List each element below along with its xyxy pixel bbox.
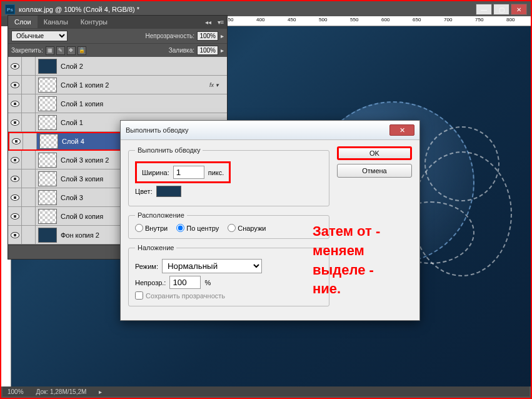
layer-thumbnail[interactable] xyxy=(38,153,57,168)
ruler-mark: 650 xyxy=(413,17,421,23)
eye-icon xyxy=(11,157,19,163)
visibility-toggle[interactable] xyxy=(8,94,22,113)
tab-channels[interactable]: Каналы xyxy=(38,16,74,28)
fill-input[interactable] xyxy=(197,46,218,55)
lock-transparent-icon[interactable]: ▦ xyxy=(46,46,54,55)
ok-button[interactable]: OK xyxy=(337,146,412,160)
visibility-toggle[interactable] xyxy=(8,207,22,225)
color-swatch[interactable] xyxy=(156,186,181,197)
layer-link-cell[interactable] xyxy=(22,226,36,244)
dialog-title: Выполнить обводку xyxy=(126,126,389,134)
blend-opacity-row: Обычные Непрозрачность: ▸ xyxy=(8,28,227,43)
status-bar: 100% Док: 1,28M/15,2M ▸ xyxy=(3,386,529,396)
visibility-toggle[interactable] xyxy=(9,133,23,149)
layer-thumbnail[interactable] xyxy=(38,171,57,186)
width-unit: пикс. xyxy=(208,169,224,176)
layer-row[interactable]: Слой 1 копия xyxy=(8,94,227,113)
layer-link-cell[interactable] xyxy=(22,113,36,131)
opacity-input[interactable] xyxy=(197,31,218,41)
visibility-toggle[interactable] xyxy=(8,113,22,131)
photoshop-icon: Ps xyxy=(5,4,15,14)
panel-menu-icon[interactable]: ▾≡ xyxy=(214,19,227,26)
layer-row[interactable]: Слой 2 xyxy=(8,57,227,76)
tab-layers[interactable]: Слои xyxy=(8,16,38,28)
dialog-titlebar[interactable]: Выполнить обводку ✕ xyxy=(121,121,419,140)
status-menu-icon[interactable]: ▸ xyxy=(99,388,102,395)
opacity-dropdown-icon[interactable]: ▸ xyxy=(221,33,224,39)
width-input[interactable] xyxy=(173,166,204,179)
layer-link-cell[interactable] xyxy=(22,207,36,225)
layer-link-cell[interactable] xyxy=(22,94,36,113)
close-button[interactable]: ✕ xyxy=(511,4,527,15)
eye-icon xyxy=(11,82,19,88)
eye-icon xyxy=(12,138,21,144)
visibility-toggle[interactable] xyxy=(8,76,22,94)
ruler-mark: 450 xyxy=(288,17,296,23)
radio-center[interactable]: По центру xyxy=(176,224,219,232)
layer-thumbnail[interactable] xyxy=(38,96,57,111)
layer-name[interactable]: Слой 1 копия xyxy=(59,100,209,108)
mode-select[interactable]: Нормальный xyxy=(162,259,262,273)
layer-thumbnail[interactable] xyxy=(38,59,57,74)
width-label: Ширина: xyxy=(142,169,169,176)
annotation-text: Затем от - меняем выделе - ние. xyxy=(313,222,380,299)
cancel-button[interactable]: Отмена xyxy=(337,164,412,178)
dialog-close-button[interactable]: ✕ xyxy=(389,124,414,136)
visibility-toggle[interactable] xyxy=(8,57,22,75)
visibility-toggle[interactable] xyxy=(8,151,22,169)
ruler-mark: 800 xyxy=(506,17,514,23)
layer-name[interactable]: Слой 2 xyxy=(59,63,209,70)
layer-thumbnail[interactable] xyxy=(38,115,57,130)
lock-all-icon[interactable]: 🔒 xyxy=(78,46,86,55)
layer-link-cell[interactable] xyxy=(22,188,36,206)
ruler-mark: 500 xyxy=(319,17,327,23)
fill-label: Заливка: xyxy=(169,47,194,54)
color-label: Цвет: xyxy=(135,188,153,195)
eye-icon xyxy=(11,63,19,69)
layer-link-cell[interactable] xyxy=(22,57,36,75)
lock-move-icon[interactable]: ✥ xyxy=(67,46,76,55)
layer-row[interactable]: Слой 1 копия 2fx ▾ xyxy=(8,76,227,94)
radio-outside[interactable]: Снаружи xyxy=(228,224,266,232)
minimize-button[interactable]: — xyxy=(476,4,492,15)
layer-thumbnail[interactable] xyxy=(39,134,58,149)
fill-dropdown-icon[interactable]: ▸ xyxy=(221,47,224,54)
visibility-toggle[interactable] xyxy=(8,188,22,206)
width-highlight: Ширина: пикс. xyxy=(135,161,231,183)
zoom-value[interactable]: 100% xyxy=(8,388,24,395)
maximize-button[interactable]: ▢ xyxy=(493,4,509,15)
panel-tabs: Слои Каналы Контуры ◂◂ ▾≡ xyxy=(8,16,227,28)
layer-thumbnail[interactable] xyxy=(38,228,57,243)
photoshop-window: Ps коллаж.jpg @ 100% (Слой 4, RGB/8) * —… xyxy=(1,1,531,398)
layer-link-cell[interactable] xyxy=(22,169,36,188)
blend-mode-select[interactable]: Обычные xyxy=(11,31,68,41)
layer-fx-indicator[interactable]: fx ▾ xyxy=(209,82,227,88)
preserve-checkbox[interactable] xyxy=(135,291,143,300)
layer-thumbnail[interactable] xyxy=(38,190,57,205)
eye-icon xyxy=(11,176,19,182)
window-title: коллаж.jpg @ 100% (Слой 4, RGB/8) * xyxy=(19,6,476,13)
ruler-mark: 700 xyxy=(444,17,452,23)
panel-collapse-icon[interactable]: ◂◂ xyxy=(202,19,214,26)
ruler-mark: 600 xyxy=(381,17,389,23)
stroke-fieldset: Выполнить обводку Ширина: пикс. Цвет: xyxy=(128,146,329,206)
layer-link-cell[interactable] xyxy=(22,151,36,169)
eye-icon xyxy=(11,232,19,238)
visibility-toggle[interactable] xyxy=(8,226,22,244)
layer-name[interactable]: Слой 1 копия 2 xyxy=(59,81,209,89)
tab-paths[interactable]: Контуры xyxy=(74,16,114,28)
layer-link-cell[interactable] xyxy=(23,133,37,149)
layer-thumbnail[interactable] xyxy=(38,78,57,93)
blend-fieldset: Наложение Режим: Нормальный Непрозр.: % xyxy=(128,244,329,306)
location-legend: Расположение xyxy=(135,211,187,219)
eye-icon xyxy=(11,213,19,220)
window-controls: — ▢ ✕ xyxy=(476,4,527,15)
location-fieldset: Расположение Внутри По центру Снаружи xyxy=(128,211,329,239)
layer-link-cell[interactable] xyxy=(22,76,36,94)
radio-inside[interactable]: Внутри xyxy=(135,224,168,232)
dialog-opacity-input[interactable] xyxy=(169,276,201,289)
visibility-toggle[interactable] xyxy=(8,169,22,188)
layer-thumbnail[interactable] xyxy=(38,209,57,224)
ruler-mark: 750 xyxy=(475,17,483,23)
lock-brush-icon[interactable]: ✎ xyxy=(56,46,65,55)
